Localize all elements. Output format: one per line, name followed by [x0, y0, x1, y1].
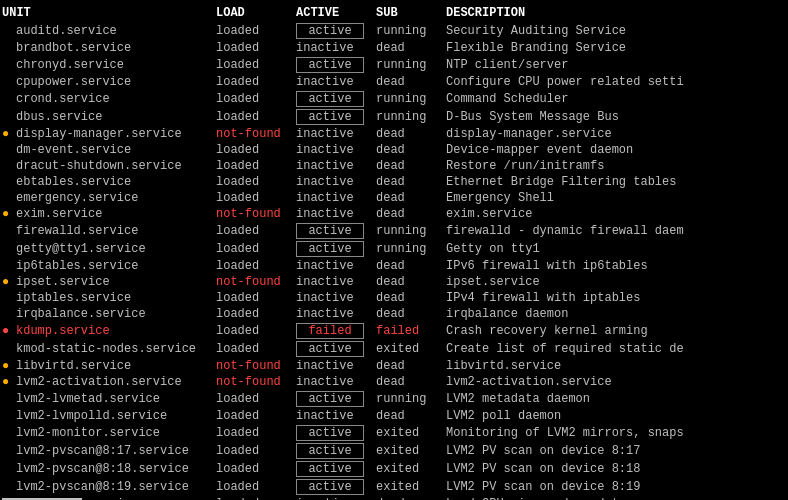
row-unit: crond.service	[16, 92, 216, 106]
row-desc: ipset.service	[446, 275, 786, 289]
table-row: ●lvm2-activation.servicenot-foundinactiv…	[2, 374, 786, 390]
row-active: active	[296, 391, 376, 407]
row-load: loaded	[216, 324, 296, 338]
row-unit: dm-event.service	[16, 143, 216, 157]
row-unit: lvm2-lvmetad.service	[16, 392, 216, 406]
row-desc: Configure CPU power related setti	[446, 75, 786, 89]
row-load: loaded	[216, 242, 296, 256]
table-body: auditd.serviceloadedactiverunningSecurit…	[2, 22, 786, 500]
row-sub: running	[376, 242, 446, 256]
row-unit: iptables.service	[16, 291, 216, 305]
row-load: loaded	[216, 426, 296, 440]
row-desc: Flexible Branding Service	[446, 41, 786, 55]
row-load: loaded	[216, 259, 296, 273]
row-bullet: ●	[2, 275, 16, 289]
row-active: active	[296, 479, 376, 495]
row-active: active	[296, 241, 376, 257]
row-sub: running	[376, 110, 446, 124]
row-sub: running	[376, 392, 446, 406]
row-desc: IPv4 firewall with iptables	[446, 291, 786, 305]
row-desc: LVM2 metadata daemon	[446, 392, 786, 406]
row-load: not-found	[216, 127, 296, 141]
table-row: lvm2-lvmetad.serviceloadedactiverunningL…	[2, 390, 786, 408]
col-header-active: ACTIVE	[296, 6, 376, 20]
table-row: getty@tty1.serviceloadedactiverunningGet…	[2, 240, 786, 258]
row-desc: LVM2 PV scan on device 8:17	[446, 444, 786, 458]
row-unit: lvm2-lvmpolld.service	[16, 409, 216, 423]
row-load: loaded	[216, 291, 296, 305]
row-load: not-found	[216, 207, 296, 221]
row-load: loaded	[216, 409, 296, 423]
row-sub: dead	[376, 275, 446, 289]
row-active: active	[296, 341, 376, 357]
table-row: brandbot.serviceloadedinactivedeadFlexib…	[2, 40, 786, 56]
table-row: ip6tables.serviceloadedinactivedeadIPv6 …	[2, 258, 786, 274]
row-load: loaded	[216, 175, 296, 189]
row-bullet: ●	[2, 324, 16, 338]
row-unit: cpupower.service	[16, 75, 216, 89]
table-row: lvm2-pvscan@8:19.serviceloadedactiveexit…	[2, 478, 786, 496]
row-sub: running	[376, 58, 446, 72]
row-active: inactive	[296, 175, 376, 189]
row-active: active	[296, 443, 376, 459]
row-desc: Security Auditing Service	[446, 24, 786, 38]
table-row: chronyd.serviceloadedactiverunningNTP cl…	[2, 56, 786, 74]
row-bullet: ●	[2, 375, 16, 389]
table-row: firewalld.serviceloadedactiverunningfire…	[2, 222, 786, 240]
row-unit: emergency.service	[16, 191, 216, 205]
row-active: failed	[296, 323, 376, 339]
row-active: active	[296, 109, 376, 125]
row-sub: dead	[376, 359, 446, 373]
row-active: active	[296, 425, 376, 441]
row-active: inactive	[296, 375, 376, 389]
table-row: irqbalance.serviceloadedinactivedeadirqb…	[2, 306, 786, 322]
row-active: inactive	[296, 409, 376, 423]
row-desc: Command Scheduler	[446, 92, 786, 106]
row-sub: dead	[376, 175, 446, 189]
row-load: loaded	[216, 224, 296, 238]
row-desc: LVM2 poll daemon	[446, 409, 786, 423]
row-active: inactive	[296, 275, 376, 289]
row-sub: running	[376, 92, 446, 106]
row-active: inactive	[296, 41, 376, 55]
row-unit: dbus.service	[16, 110, 216, 124]
row-load: loaded	[216, 342, 296, 356]
table-row: cpupower.serviceloadedinactivedeadConfig…	[2, 74, 786, 90]
row-load: loaded	[216, 392, 296, 406]
row-desc: Crash recovery kernel arming	[446, 324, 786, 338]
row-sub: dead	[376, 409, 446, 423]
row-load: loaded	[216, 307, 296, 321]
row-load: loaded	[216, 159, 296, 173]
row-sub: dead	[376, 291, 446, 305]
table-row: iptables.serviceloadedinactivedeadIPv4 f…	[2, 290, 786, 306]
table-row: emergency.serviceloadedinactivedeadEmerg…	[2, 190, 786, 206]
table-row: ●display-manager.servicenot-foundinactiv…	[2, 126, 786, 142]
table-header: UNIT LOAD ACTIVE SUB DESCRIPTION	[2, 4, 786, 22]
row-desc: Restore /run/initramfs	[446, 159, 786, 173]
row-sub: exited	[376, 462, 446, 476]
row-unit: kdump.service	[16, 324, 216, 338]
row-sub: exited	[376, 480, 446, 494]
row-sub: exited	[376, 444, 446, 458]
row-desc: Device-mapper event daemon	[446, 143, 786, 157]
row-load: loaded	[216, 191, 296, 205]
row-load: not-found	[216, 375, 296, 389]
row-desc: libvirtd.service	[446, 359, 786, 373]
row-desc: LVM2 PV scan on device 8:19	[446, 480, 786, 494]
row-desc: irqbalance daemon	[446, 307, 786, 321]
row-desc: lvm2-activation.service	[446, 375, 786, 389]
row-active: active	[296, 461, 376, 477]
row-unit: exim.service	[16, 207, 216, 221]
row-load: not-found	[216, 359, 296, 373]
row-unit: lvm2-pvscan@8:18.service	[16, 462, 216, 476]
col-header-sub: SUB	[376, 6, 446, 20]
row-bullet: ●	[2, 207, 16, 221]
row-bullet: ●	[2, 127, 16, 141]
table-row: ebtables.serviceloadedinactivedeadEthern…	[2, 174, 786, 190]
row-unit: irqbalance.service	[16, 307, 216, 321]
row-bullet: ●	[2, 359, 16, 373]
row-desc: Getty on tty1	[446, 242, 786, 256]
row-unit: getty@tty1.service	[16, 242, 216, 256]
row-unit: ip6tables.service	[16, 259, 216, 273]
row-desc: Ethernet Bridge Filtering tables	[446, 175, 786, 189]
